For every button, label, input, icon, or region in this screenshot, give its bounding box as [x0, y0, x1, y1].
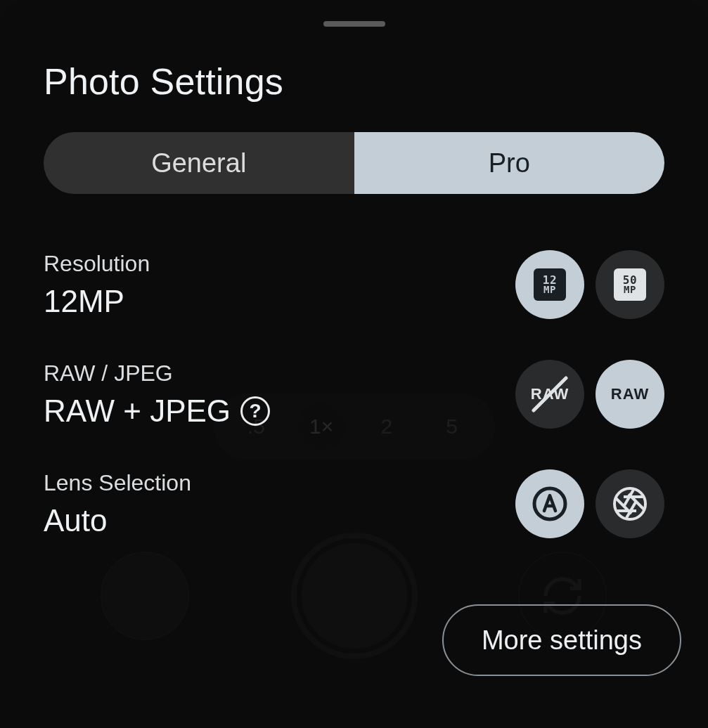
- raw-jpeg-label: RAW / JPEG: [44, 360, 270, 386]
- resolution-50mp-icon: 50 MP: [614, 268, 646, 301]
- more-settings-button[interactable]: More settings: [442, 604, 681, 676]
- tab-pro[interactable]: Pro: [354, 132, 665, 194]
- tab-general[interactable]: General: [44, 132, 354, 194]
- svg-line-0: [534, 378, 566, 410]
- svg-point-1: [534, 488, 565, 519]
- resolution-value: 12MP: [44, 284, 150, 319]
- lens-option-manual[interactable]: [596, 469, 664, 538]
- raw-jpeg-help-button[interactable]: ?: [240, 396, 270, 426]
- setting-row-raw-jpeg: RAW / JPEG RAW + JPEG ? RAW RAW: [44, 360, 664, 429]
- lens-auto-icon: [532, 486, 568, 522]
- raw-option-on[interactable]: RAW: [596, 360, 664, 429]
- lens-option-auto[interactable]: [515, 469, 584, 538]
- raw-jpeg-value: RAW + JPEG: [44, 394, 231, 429]
- raw-off-slash-icon: [515, 360, 584, 429]
- aperture-icon: [612, 486, 648, 522]
- raw-on-icon: RAW: [611, 385, 649, 403]
- setting-row-resolution: Resolution 12MP 12 MP 50 MP: [44, 250, 664, 319]
- raw-option-off[interactable]: RAW: [515, 360, 584, 429]
- lens-selection-label: Lens Selection: [44, 470, 191, 496]
- resolution-option-12mp[interactable]: 12 MP: [515, 250, 584, 319]
- settings-tab-group: General Pro: [44, 132, 664, 194]
- lens-selection-value: Auto: [44, 503, 191, 538]
- resolution-option-50mp[interactable]: 50 MP: [596, 250, 664, 319]
- photo-settings-sheet: Photo Settings General Pro Resolution 12…: [0, 0, 708, 728]
- sheet-drag-handle[interactable]: [323, 21, 385, 27]
- sheet-title: Photo Settings: [44, 60, 664, 103]
- svg-point-2: [614, 488, 645, 519]
- resolution-label: Resolution: [44, 251, 150, 277]
- resolution-12mp-icon: 12 MP: [534, 268, 566, 301]
- setting-row-lens-selection: Lens Selection Auto: [44, 469, 664, 538]
